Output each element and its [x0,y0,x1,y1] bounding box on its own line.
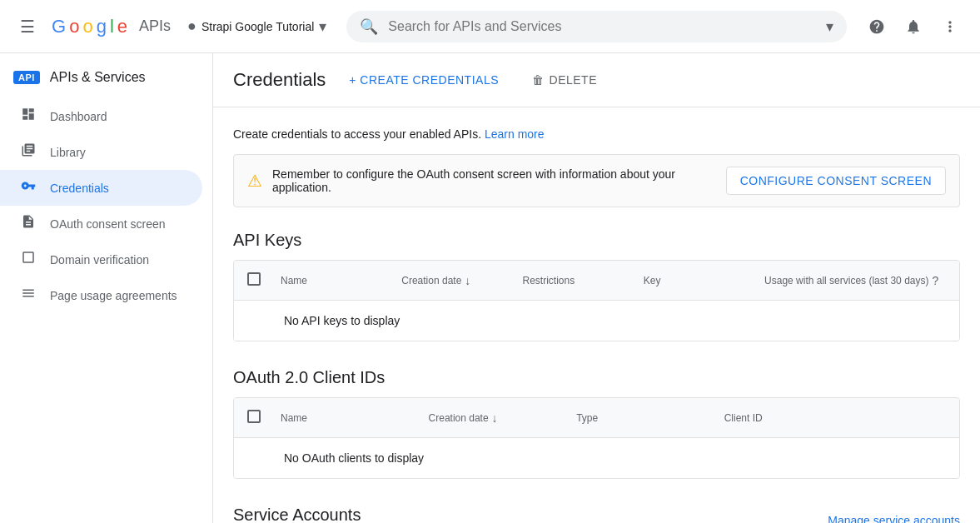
service-accounts-title: Service Accounts [233,506,361,523]
oauth-clients-section: OAuth 2.0 Client IDs Name Creation date … [233,368,960,479]
sidebar-item-label-pageusage: Page usage agreements [50,289,177,302]
oauth-clients-table-header: Name Creation date ↓ Type Client ID [234,398,959,438]
project-dot-icon: ● [187,17,196,35]
api-keys-usage-help-icon[interactable]: ? [932,274,938,287]
main-content: Credentials + CREATE CREDENTIALS 🗑 DELET… [213,53,980,523]
delete-icon: 🗑 [532,73,545,87]
api-keys-restrictions-col: Restrictions [523,275,644,286]
api-keys-sort-icon: ↓ [465,274,470,287]
api-keys-check-col [247,272,281,288]
logo-g: G [52,16,66,37]
sidebar-item-pageusage[interactable]: Page usage agreements [0,277,202,313]
sidebar-item-label-library: Library [50,146,86,159]
oauth-type-header: Type [576,412,598,424]
sidebar-item-dashboard[interactable]: Dashboard [0,98,202,134]
oauth-sort-icon: ↓ [492,411,498,425]
search-dropdown-icon[interactable]: ▾ [826,17,833,36]
api-keys-table: Name Creation date ↓ Restrictions Key [233,260,960,341]
oauth-creation-header: Creation date [429,412,489,424]
info-text-label: Create credentials to access your enable… [233,127,481,141]
credentials-icon [20,178,37,197]
warning-icon: ⚠ [247,171,262,191]
oauth-clientid-col: Client ID [724,412,946,424]
oauth-icon [20,214,37,233]
api-keys-usage-header: Usage with all services (last 30 days) [764,275,928,286]
search-bar[interactable]: 🔍 ▾ [346,11,847,42]
apis-label: APIs [139,17,171,35]
dashboard-icon [20,107,37,126]
sidebar-header: API APIs & Services [0,60,212,98]
main-header: Credentials + CREATE CREDENTIALS 🗑 DELET… [213,53,980,107]
content-area: Create credentials to access your enable… [213,107,980,523]
api-keys-restrictions-header: Restrictions [523,275,575,286]
api-keys-select-all-checkbox[interactable] [247,272,261,286]
search-icon: 🔍 [360,17,378,36]
oauth-creation-col[interactable]: Creation date ↓ [429,411,577,425]
logo-e: e [117,16,127,37]
sidebar-item-label-oauth: OAuth consent screen [50,217,166,231]
sidebar-item-credentials[interactable]: Credentials [0,170,202,206]
api-keys-key-header: Key [644,275,661,286]
logo-g2: g [97,16,107,37]
oauth-name-col: Name [281,412,429,424]
delete-button[interactable]: 🗑 DELETE [522,67,607,93]
api-keys-name-header: Name [281,275,307,286]
sidebar: API APIs & Services Dashboard Library Cr… [0,53,213,523]
sidebar-item-oauth[interactable]: OAuth consent screen [0,206,202,242]
api-keys-section: API Keys Name Creation date ↓ [233,231,960,341]
more-options-button[interactable] [933,10,967,43]
oauth-type-col: Type [576,412,724,424]
configure-consent-screen-button[interactable]: CONFIGURE CONSENT SCREEN [726,167,946,195]
learn-more-link[interactable]: Learn more [485,127,545,141]
sidebar-item-label-dashboard: Dashboard [50,110,107,123]
project-chevron-icon: ▾ [319,17,326,36]
oauth-clientid-header: Client ID [724,412,763,424]
oauth-name-header: Name [281,412,307,424]
api-keys-empty: No API keys to display [234,301,959,341]
logo-l: l [110,16,114,37]
topbar-right [860,10,967,43]
oauth-clients-empty: No OAuth clients to display [234,438,959,478]
warning-text: Remember to configure the OAuth consent … [272,167,726,194]
layout: API APIs & Services Dashboard Library Cr… [0,53,980,523]
logo-o1: o [69,16,79,37]
api-keys-creation-header: Creation date [401,275,461,286]
domain-icon [20,250,37,269]
api-keys-usage-col: Usage with all services (last 30 days) ? [764,274,946,287]
logo-o2: o [82,16,92,37]
topbar-left: ☰ Google APIs ● Strapi Google Tutorial ▾ [13,10,333,43]
api-badge: API [13,71,40,84]
help-button[interactable] [860,10,893,43]
api-keys-name-col: Name [281,275,401,286]
service-accounts-section: Service Accounts Manage service accounts… [233,506,960,523]
api-keys-table-header: Name Creation date ↓ Restrictions Key [234,261,959,301]
page-title: Credentials [233,69,326,91]
sidebar-item-label-domain: Domain verification [50,253,149,266]
api-keys-title: API Keys [233,231,960,250]
topbar: ☰ Google APIs ● Strapi Google Tutorial ▾… [0,0,980,53]
sidebar-item-library[interactable]: Library [0,134,202,170]
warning-banner: ⚠ Remember to configure the OAuth consen… [233,154,960,207]
library-icon [20,142,37,162]
project-name: Strapi Google Tutorial [201,20,314,33]
api-keys-key-col: Key [644,275,764,286]
manage-service-accounts-link[interactable]: Manage service accounts [828,514,960,524]
create-credentials-button[interactable]: + CREATE CREDENTIALS [339,67,509,93]
oauth-check-col [247,410,281,426]
notifications-button[interactable] [897,10,930,43]
delete-label: DELETE [550,73,597,87]
service-accounts-header-row: Service Accounts Manage service accounts [233,506,960,523]
api-keys-creation-col[interactable]: Creation date ↓ [401,274,522,287]
google-logo: Google [52,16,127,37]
pageusage-icon [20,286,37,305]
project-selector[interactable]: ● Strapi Google Tutorial ▾ [181,14,333,39]
menu-icon[interactable]: ☰ [13,10,42,43]
search-input[interactable] [388,19,816,34]
oauth-clients-table: Name Creation date ↓ Type Client ID [233,397,960,479]
warning-left: ⚠ Remember to configure the OAuth consen… [247,167,726,194]
oauth-select-all-checkbox[interactable] [247,410,261,423]
sidebar-item-domain[interactable]: Domain verification [0,242,202,277]
sidebar-title: APIs & Services [50,70,146,85]
oauth-clients-title: OAuth 2.0 Client IDs [233,368,960,387]
sidebar-item-label-credentials: Credentials [50,182,109,195]
